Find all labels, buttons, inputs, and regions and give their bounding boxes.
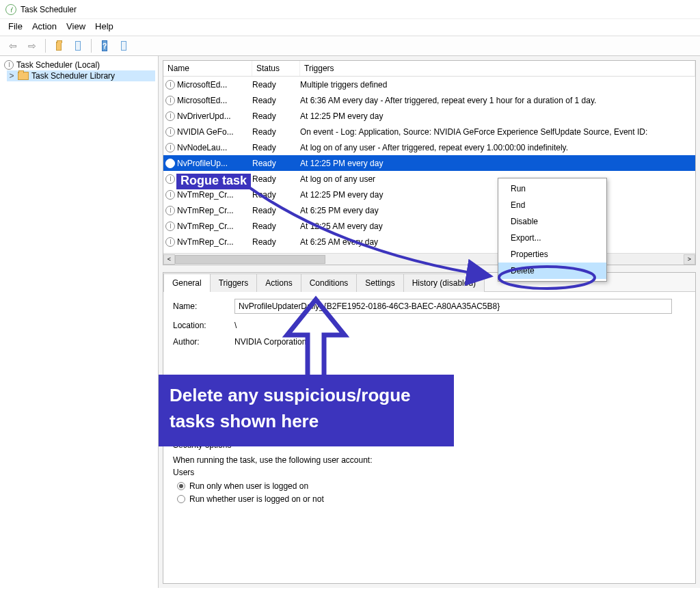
task-row[interactable]: NvTmRep_Cr...ReadyAt 6:25 AM every day [163, 234, 695, 250]
col-triggers[interactable]: Triggers [300, 61, 695, 76]
task-name: NvTmRep_Cr... [177, 206, 252, 215]
task-trigger: At 12:25 PM every day [300, 159, 695, 168]
task-status: Ready [252, 80, 300, 90]
help-button[interactable]: ? [97, 38, 112, 53]
toolbar-separator [45, 39, 46, 53]
tab-actions[interactable]: Actions [256, 273, 301, 292]
task-row[interactable]: NVIDIA GeFo...ReadyOn event - Log: Appli… [163, 124, 695, 139]
task-clock-icon [163, 222, 177, 231]
ctx-end[interactable]: End [498, 197, 606, 213]
author-value: NVIDIA Corporation [234, 337, 306, 347]
menu-help[interactable]: Help [95, 21, 113, 31]
tab-history[interactable]: History (disabled) [403, 273, 485, 292]
task-trigger: Multiple triggers defined [300, 80, 695, 90]
task-status: Ready [252, 174, 300, 184]
horizontal-scrollbar[interactable]: < > [163, 253, 695, 265]
panel-icon [121, 41, 126, 51]
folder-icon [56, 42, 62, 51]
menu-action[interactable]: Action [32, 21, 57, 31]
context-menu: Run End Disable Export... Properties Del… [498, 178, 607, 282]
radio-icon [177, 482, 185, 490]
col-status[interactable]: Status [252, 61, 300, 76]
tab-general[interactable]: General [163, 273, 211, 292]
tree-pane: Task Scheduler (Local) > Task Scheduler … [0, 56, 159, 588]
window-icon [75, 41, 81, 51]
col-name[interactable]: Name [163, 61, 252, 76]
ctx-export[interactable]: Export... [498, 230, 606, 246]
scroll-thumb[interactable] [175, 255, 325, 264]
menu-view[interactable]: View [66, 21, 85, 31]
menu-file[interactable]: File [8, 21, 23, 31]
name-label: Name: [173, 301, 234, 311]
task-status: Ready [252, 237, 300, 247]
forward-button[interactable] [25, 38, 40, 53]
radio-whether[interactable]: Run whether user is logged on or not [177, 494, 686, 504]
task-status: Ready [252, 190, 300, 200]
app-clock-icon [5, 4, 16, 15]
annotation-rogue-label: Rogue task [176, 174, 251, 189]
task-row[interactable]: NvProfileUp...ReadyAt 12:25 PM every day [163, 155, 695, 171]
tabs: General Triggers Actions Conditions Sett… [163, 273, 695, 292]
tree-root[interactable]: Task Scheduler (Local) [3, 59, 155, 70]
tab-triggers[interactable]: Triggers [210, 273, 258, 292]
task-row[interactable]: NvNodeLau...ReadyAt log on of any user -… [163, 139, 695, 155]
task-list: Name Status Triggers MicrosoftEd...Ready… [163, 60, 696, 265]
task-name: NvNodeLau... [177, 143, 252, 152]
tab-conditions[interactable]: Conditions [301, 273, 358, 292]
task-status: Ready [252, 159, 300, 168]
task-name: NvDriverUpd... [177, 111, 252, 121]
scroll-right-button[interactable]: > [684, 254, 695, 265]
task-row[interactable]: MicrosoftEd...ReadyMultiple triggers def… [163, 77, 695, 92]
task-trigger: At log on of any user - After triggered,… [300, 143, 695, 152]
task-clock-icon [163, 96, 177, 105]
menubar: File Action View Help [0, 19, 700, 36]
task-name: NvTmRep_Cr... [177, 237, 252, 247]
task-row[interactable]: NvTmRep_Cr...ReadyAt 6:25 PM every day [163, 202, 695, 218]
properties-button[interactable] [70, 38, 85, 53]
task-clock-icon [163, 159, 177, 168]
task-row[interactable]: NvDriverUpd...ReadyAt 12:25 PM every day [163, 108, 695, 124]
task-row[interactable]: MicrosoftEd...ReadyAt 6:36 AM every day … [163, 92, 695, 108]
task-clock-icon [163, 190, 177, 200]
task-status: Ready [252, 143, 300, 152]
radio-logged-on-label: Run only when user is logged on [189, 481, 308, 491]
task-status: Ready [252, 127, 300, 137]
ctx-properties[interactable]: Properties [498, 246, 606, 263]
task-status: Ready [252, 96, 300, 105]
content-pane: Name Status Triggers MicrosoftEd...Ready… [159, 56, 700, 588]
task-name: MicrosoftEd... [177, 96, 252, 105]
task-trigger: At 12:25 PM every day [300, 111, 695, 121]
tab-settings[interactable]: Settings [356, 273, 403, 292]
location-value: \ [234, 321, 237, 330]
back-button[interactable] [5, 38, 21, 53]
window-title: Task Scheduler [21, 5, 77, 14]
expand-icon[interactable]: > [8, 71, 15, 81]
security-user: Users [173, 468, 686, 477]
task-name: MicrosoftEd... [177, 80, 252, 90]
ctx-delete[interactable]: Delete [498, 263, 606, 279]
ctx-disable[interactable]: Disable [498, 213, 606, 230]
task-clock-icon [163, 80, 177, 90]
tree-root-label: Task Scheduler (Local) [16, 60, 100, 70]
folder-up-button[interactable] [51, 38, 66, 53]
scroll-track[interactable] [175, 254, 684, 265]
task-clock-icon [163, 237, 177, 247]
task-name: NvTmRep_Cr... [177, 190, 252, 200]
task-row[interactable]: NvTmRep_Cr...ReadyAt 12:25 AM every day [163, 218, 695, 234]
scroll-left-button[interactable]: < [163, 254, 175, 265]
annotation-big-label: Delete any suspicious/rogue tasks shown … [159, 375, 454, 446]
task-name: NVIDIA GeFo... [177, 127, 252, 137]
ctx-run[interactable]: Run [498, 180, 606, 197]
refresh-button[interactable] [116, 38, 131, 53]
toolbar: ? [0, 36, 700, 56]
radio-logged-on[interactable]: Run only when user is logged on [177, 481, 686, 491]
task-status: Ready [252, 222, 300, 231]
radio-whether-label: Run whether user is logged on or not [189, 494, 324, 504]
task-trigger: At 6:36 AM every day - After triggered, … [300, 96, 695, 105]
name-field[interactable]: NvProfileUpdaterDaily_{B2FE1952-0186-46C… [234, 299, 672, 314]
task-status: Ready [252, 111, 300, 121]
task-trigger: On event - Log: Application, Source: NVI… [300, 127, 695, 137]
task-clock-icon [163, 206, 177, 215]
task-clock-icon [163, 174, 177, 184]
tree-library[interactable]: > Task Scheduler Library [7, 70, 155, 81]
